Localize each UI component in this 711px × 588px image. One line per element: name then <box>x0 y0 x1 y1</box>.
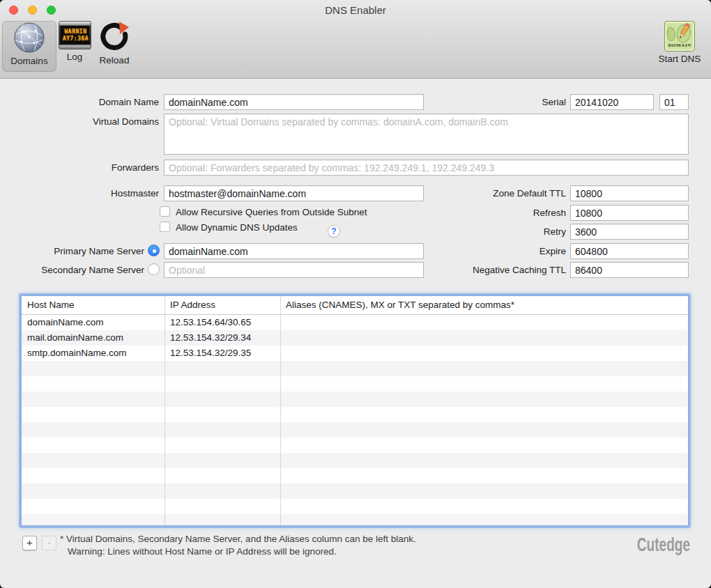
secondary-ns-radio[interactable] <box>148 263 160 275</box>
col-header-host[interactable]: Host Name <box>27 300 75 310</box>
titlebar-toolbar: DNS Enabler Domains <box>0 0 711 79</box>
table-row-empty[interactable] <box>22 392 688 407</box>
footnote-line1: * Virtual Domains, Secondary Name Server… <box>60 533 416 546</box>
col-header-aliases[interactable]: Aliases (CNAMES), MX or TXT separated by… <box>286 300 514 310</box>
refresh-label: Refresh <box>418 208 566 218</box>
serial-suffix-input[interactable] <box>659 94 689 110</box>
domain-name-label: Domain Name <box>0 97 159 107</box>
virtual-domains-label: Virtual Domains <box>0 116 159 127</box>
add-row-button[interactable]: + <box>22 536 37 550</box>
globe-icon <box>13 22 45 54</box>
hostmaster-label: Hostmaster <box>0 188 159 199</box>
table-header: Host Name IP Address Aliases (CNAMES), M… <box>22 296 688 315</box>
cutedge-logo: Cutedge <box>637 534 690 556</box>
refresh-input[interactable] <box>570 205 689 221</box>
domain-name-input[interactable] <box>164 94 424 110</box>
toolbar-label-log: Log <box>59 52 91 62</box>
secondary-ns-input[interactable] <box>164 262 424 278</box>
secondary-ns-label: Secondary Name Server <box>0 265 144 275</box>
retry-input[interactable] <box>570 224 689 240</box>
host-table[interactable]: Host Name IP Address Aliases (CNAMES), M… <box>21 295 689 526</box>
table-row[interactable]: smtp.domainName.com12.53.154.32/29.35 <box>22 346 688 361</box>
zone-ttl-input[interactable] <box>570 185 689 201</box>
primary-ns-radio[interactable] <box>148 245 160 256</box>
serial-label: Serial <box>418 97 566 107</box>
negative-ttl-label: Negative Caching TTL <box>418 265 566 275</box>
table-row-empty[interactable] <box>22 499 688 514</box>
zone-ttl-label: Zone Default TTL <box>418 188 566 199</box>
table-row-empty[interactable] <box>22 407 688 422</box>
footnote: * Virtual Domains, Secondary Name Server… <box>60 533 416 557</box>
hostmaster-input[interactable] <box>164 185 424 201</box>
table-row-empty[interactable] <box>22 514 688 526</box>
table-row[interactable]: mail.domainName.com12.53.154.32/29.34 <box>22 330 688 346</box>
primary-ns-input[interactable] <box>164 243 424 259</box>
window-title: DNS Enabler <box>0 4 711 16</box>
toolbar-label-domains: Domains <box>3 56 56 66</box>
table-row-empty[interactable] <box>22 361 688 376</box>
toolbar-item-start-dns[interactable]: DOMAIN Start DNS <box>654 21 705 72</box>
retry-label: Retry <box>418 226 566 237</box>
allow-dynamic-checkbox[interactable] <box>160 222 170 232</box>
allow-dynamic-label: Allow Dynamic DNS Updates <box>176 222 298 233</box>
start-dns-map-icon: DOMAIN <box>664 21 695 52</box>
column-divider[interactable] <box>165 296 165 525</box>
col-header-ip[interactable]: IP Address <box>170 300 215 310</box>
serial-input[interactable] <box>570 94 654 110</box>
footnote-line2: Warning: Lines without Host Name or IP A… <box>68 546 416 558</box>
expire-label: Expire <box>418 246 566 256</box>
table-row-empty[interactable] <box>22 483 688 499</box>
primary-ns-label: Primary Name Server <box>0 246 144 256</box>
help-button[interactable]: ? <box>328 225 340 238</box>
app-window: DNS Enabler Domains <box>0 0 711 588</box>
remove-row-button[interactable]: - <box>42 536 56 550</box>
table-row-empty[interactable] <box>22 453 688 468</box>
toolbar-item-log[interactable]: WARNIN AY7:36A Log <box>59 21 91 72</box>
table-row-empty[interactable] <box>22 422 688 438</box>
column-divider[interactable] <box>280 296 281 525</box>
log-ticker-icon: WARNIN AY7:36A <box>59 21 91 49</box>
table-row-empty[interactable] <box>22 376 688 392</box>
allow-recursive-label: Allow Recursive Queries from Outside Sub… <box>176 207 367 217</box>
virtual-domains-textarea[interactable] <box>164 114 689 155</box>
toolbar-label-start-dns: Start DNS <box>654 54 705 64</box>
allow-recursive-checkbox[interactable] <box>160 206 170 217</box>
toolbar-item-domains[interactable]: Domains <box>2 21 56 72</box>
toolbar-label-reload: Reload <box>93 55 135 65</box>
toolbar-item-reload[interactable]: Reload <box>93 21 135 72</box>
table-body: domainName.com12.53.154.64/30.65 mail.do… <box>22 315 688 526</box>
negative-ttl-input[interactable] <box>570 262 689 278</box>
expire-input[interactable] <box>570 243 689 259</box>
table-row-empty[interactable] <box>22 468 688 483</box>
reload-icon <box>98 21 130 53</box>
forwarders-input[interactable] <box>164 160 689 176</box>
table-row[interactable]: domainName.com12.53.154.64/30.65 <box>22 315 688 330</box>
forwarders-label: Forwarders <box>0 162 159 173</box>
table-row-empty[interactable] <box>22 438 688 453</box>
pencil-icon <box>675 23 694 41</box>
